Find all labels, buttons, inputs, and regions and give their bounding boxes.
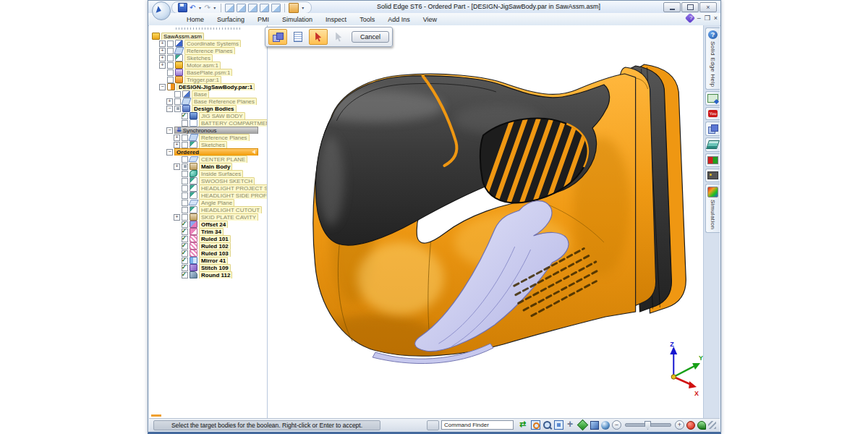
dropdown-caret[interactable]: ▾: [301, 4, 305, 12]
tool-icon[interactable]: [248, 4, 258, 12]
tree-item-angle-plane[interactable]: Angle Plane: [149, 199, 267, 206]
menu-tab-inspect[interactable]: Inspect: [319, 14, 353, 25]
graphics-viewport[interactable]: Z Y X: [268, 25, 704, 418]
expand-toggle[interactable]: −: [159, 84, 166, 90]
tree-item-reference-planes[interactable]: +Reference Planes: [149, 134, 267, 141]
visibility-checkbox[interactable]: [167, 77, 174, 83]
tree-item-mirror-41[interactable]: Mirror 41: [149, 257, 267, 264]
expand-toggle[interactable]: +: [174, 142, 180, 148]
boolean-subtract-button[interactable]: [268, 29, 287, 45]
sketch-view-icon[interactable]: [577, 420, 589, 431]
visibility-checkbox[interactable]: [182, 221, 188, 228]
visibility-checkbox[interactable]: [182, 258, 188, 264]
jigsaw-3d-model[interactable]: Z Y X: [268, 25, 704, 418]
maximize-button[interactable]: [681, 2, 699, 12]
menu-tab-simulation[interactable]: Simulation: [276, 14, 319, 25]
tool-icon[interactable]: [271, 4, 281, 12]
expand-toggle[interactable]: +: [159, 62, 166, 69]
expand-toggle[interactable]: +: [159, 41, 166, 47]
refresh-icon[interactable]: [519, 420, 529, 430]
zoom-area-icon[interactable]: [531, 420, 540, 430]
tool-icon[interactable]: [237, 4, 246, 12]
visibility-checkbox[interactable]: [174, 91, 181, 98]
expand-toggle[interactable]: −: [166, 127, 173, 134]
tree-item-baseplate-psm-1[interactable]: BasePlate.psm:1: [149, 69, 267, 76]
tree-item-synchronous[interactable]: −⇊Synchronous: [149, 127, 267, 134]
eco-icon[interactable]: [697, 421, 706, 430]
expand-toggle[interactable]: +: [174, 135, 180, 141]
tree-item-base-reference-planes[interactable]: +Base Reference Planes: [149, 98, 267, 105]
close-button[interactable]: ×: [699, 2, 717, 12]
tab-windows[interactable]: [705, 122, 720, 136]
tree-item-motor-asm-1[interactable]: +Motor.asm:1: [149, 61, 267, 69]
tree-item-inside-surfaces[interactable]: Inside Surfaces: [149, 170, 267, 177]
tree-item-headlight-project-sketch[interactable]: HEADLIGHT PROJECT SKETCH: [149, 184, 267, 192]
expand-toggle[interactable]: +: [174, 163, 180, 170]
visibility-checkbox[interactable]: [182, 156, 188, 163]
tab-simulation[interactable]: Simulation: [705, 184, 720, 232]
visibility-checkbox[interactable]: [182, 163, 188, 170]
tree-section-synchronous[interactable]: ⇊Synchronous: [174, 127, 258, 134]
visibility-checkbox[interactable]: [174, 98, 181, 105]
tab-training[interactable]: [705, 91, 720, 106]
visibility-checkbox[interactable]: [182, 207, 188, 213]
tab-solid-edge-help[interactable]: ?Solid Edge Help: [705, 27, 720, 90]
expand-toggle[interactable]: −: [166, 106, 173, 112]
visibility-checkbox[interactable]: [182, 178, 188, 184]
visibility-checkbox[interactable]: [182, 229, 188, 235]
menu-tab-surfacing[interactable]: Surfacing: [210, 14, 251, 25]
tree-item-design-jigsawbody-par-1[interactable]: −DESIGN-JigSawBody.par:1: [149, 83, 267, 90]
panel-grip[interactable]: [176, 27, 241, 30]
visibility-checkbox[interactable]: [182, 171, 188, 177]
tab-parts[interactable]: [705, 169, 720, 182]
tree-item-trigger-par-1[interactable]: Trigger.par:1: [149, 76, 267, 83]
pan-icon[interactable]: [566, 420, 575, 430]
dropdown-caret[interactable]: ▾: [197, 4, 202, 12]
tree-item-swoosh-sketch[interactable]: SWOOSH SKETCH: [149, 177, 267, 184]
visibility-checkbox[interactable]: [182, 265, 188, 271]
visibility-checkbox[interactable]: [182, 135, 188, 141]
tab-layers[interactable]: [705, 137, 720, 152]
tree-item-center-plane[interactable]: CENTER PLANE: [149, 156, 267, 163]
expand-toggle[interactable]: −: [166, 149, 173, 156]
command-finder-button[interactable]: [427, 420, 439, 430]
visibility-checkbox[interactable]: [182, 243, 188, 250]
doc-restore-button[interactable]: ❒: [705, 14, 710, 22]
visibility-checkbox[interactable]: [182, 185, 188, 192]
undo-icon[interactable]: ↶: [190, 4, 195, 12]
visibility-checkbox[interactable]: [167, 62, 174, 69]
visibility-checkbox[interactable]: [174, 106, 181, 112]
tree-item-sketches[interactable]: +Sketches: [149, 54, 267, 61]
menu-tab-view[interactable]: View: [417, 14, 443, 25]
menu-tab-tools[interactable]: Tools: [353, 14, 381, 25]
help-icon[interactable]: [685, 13, 695, 23]
save-icon[interactable]: [178, 3, 187, 12]
tree-item-main-body[interactable]: +Main Body: [149, 163, 267, 170]
doc-minimize-button[interactable]: –: [697, 14, 701, 22]
visibility-checkbox[interactable]: [182, 236, 188, 242]
menu-tab-add-ins[interactable]: Add Ins: [381, 14, 417, 25]
resize-grip[interactable]: [708, 421, 716, 429]
tree-item-reference-planes[interactable]: +Reference Planes: [149, 47, 267, 54]
fit-icon[interactable]: [554, 420, 563, 430]
visibility-checkbox[interactable]: [167, 41, 174, 47]
visibility-checkbox[interactable]: [167, 55, 174, 61]
tree-item-jig-saw-body[interactable]: JIG SAW BODY: [149, 112, 267, 119]
application-button[interactable]: [152, 1, 171, 20]
tree-item-ruled-101[interactable]: Ruled 101: [149, 235, 267, 242]
tab-machine[interactable]: [705, 153, 720, 167]
tool-icon[interactable]: [260, 4, 269, 12]
view-styles-icon[interactable]: [601, 421, 610, 430]
tab-youtube[interactable]: You: [705, 107, 720, 120]
tree-item-sketches[interactable]: +Sketches: [149, 141, 267, 148]
record-icon[interactable]: [686, 421, 695, 430]
select-target-button[interactable]: [309, 29, 328, 45]
tree-item-trim-34[interactable]: Trim 34: [149, 228, 267, 235]
display-icon[interactable]: [289, 3, 299, 13]
menu-tab-home[interactable]: Home: [180, 14, 210, 25]
zoom-slider-thumb[interactable]: [644, 421, 651, 430]
zoom-slider[interactable]: [625, 423, 671, 427]
visibility-checkbox[interactable]: [182, 142, 188, 148]
zoom-in-button[interactable]: +: [675, 420, 684, 430]
tree-item-headlight-cutout[interactable]: HEADLIGHT CUTOUT: [149, 206, 267, 213]
